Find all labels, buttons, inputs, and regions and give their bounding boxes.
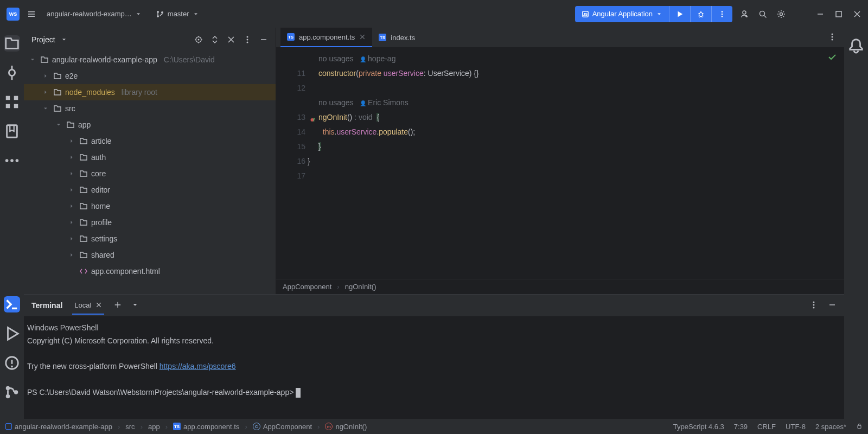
- hamburger-icon[interactable]: [27, 10, 36, 18]
- file-encoding[interactable]: UTF-8: [786, 423, 806, 431]
- svg-point-10: [760, 11, 765, 16]
- tree-item[interactable]: editor: [24, 182, 276, 198]
- hide-icon[interactable]: [259, 35, 268, 44]
- run-more-button[interactable]: [711, 6, 732, 22]
- svg-point-13: [9, 69, 15, 75]
- more-icon[interactable]: [243, 35, 252, 44]
- editor-breadcrumb[interactable]: AppComponent › ngOnInit(): [276, 279, 844, 294]
- nav-bar-item[interactable]: angular-realworld-example-app: [5, 423, 112, 431]
- project-tree[interactable]: angular-realworld-example-appC:\Users\Da…: [24, 52, 276, 294]
- left-tool-stripe: [0, 28, 24, 419]
- indent-status[interactable]: 2 spaces*: [815, 423, 846, 431]
- svg-rect-18: [7, 125, 17, 138]
- run-button[interactable]: [669, 6, 690, 22]
- expand-all-icon[interactable]: [210, 35, 219, 44]
- tree-item[interactable]: app.component.html: [24, 263, 276, 279]
- terminal-tab[interactable]: Local: [72, 297, 104, 315]
- tree-item[interactable]: angular-realworld-example-appC:\Users\Da…: [24, 52, 276, 68]
- terminal-dropdown-icon[interactable]: [131, 301, 139, 310]
- svg-point-6: [722, 11, 723, 12]
- svg-point-33: [832, 36, 833, 37]
- svg-point-38: [813, 307, 815, 308]
- maximize-window-icon[interactable]: [834, 10, 843, 18]
- new-terminal-icon[interactable]: [114, 301, 122, 310]
- nav-bar-item[interactable]: CAppComponent: [253, 423, 312, 431]
- select-opened-file-icon[interactable]: [194, 35, 203, 44]
- tree-item[interactable]: auth: [24, 149, 276, 165]
- gutter: 11121314151617: [276, 47, 318, 279]
- terminal-hide-icon[interactable]: [828, 301, 837, 311]
- code-editor[interactable]: 11121314151617 no usages hope-agconstruc…: [276, 47, 844, 279]
- notifications-tool-button[interactable]: [848, 37, 864, 54]
- tree-item[interactable]: shared: [24, 247, 276, 263]
- editor-tab[interactable]: TSapp.component.ts: [280, 28, 372, 47]
- svg-point-35: [311, 118, 314, 122]
- tree-item[interactable]: core: [24, 165, 276, 182]
- tree-item[interactable]: e2e: [24, 68, 276, 84]
- tabs-more-icon[interactable]: [820, 33, 844, 43]
- nav-bar-item[interactable]: app: [148, 423, 160, 431]
- chevron-down-icon[interactable]: [61, 36, 67, 43]
- run-config-name: Angular Application: [592, 10, 653, 18]
- editor-tab[interactable]: TSindex.ts: [372, 28, 422, 47]
- svg-point-9: [743, 11, 746, 14]
- svg-rect-14: [6, 96, 10, 100]
- vcs-tool-button[interactable]: [4, 384, 20, 400]
- commit-tool-button[interactable]: [4, 65, 20, 81]
- editor-area: TSapp.component.tsTSindex.ts 11121314151…: [276, 28, 844, 294]
- more-tools-button[interactable]: [4, 152, 20, 169]
- svg-point-0: [157, 11, 159, 13]
- nav-bar-item[interactable]: mngOnInit(): [325, 423, 367, 431]
- code-with-me-icon[interactable]: [740, 10, 749, 18]
- typescript-version[interactable]: TypeScript 4.6.3: [673, 423, 724, 431]
- tree-item[interactable]: home: [24, 198, 276, 214]
- readonly-lock-icon[interactable]: [856, 423, 863, 431]
- search-icon[interactable]: [758, 10, 767, 18]
- nav-bar-item[interactable]: src: [125, 423, 135, 431]
- terminal-more-icon[interactable]: [809, 301, 818, 311]
- svg-point-11: [780, 12, 783, 15]
- nav-bar-item[interactable]: TSapp.component.ts: [173, 423, 239, 431]
- terminal-tool-button[interactable]: [4, 296, 20, 312]
- debug-button[interactable]: [690, 6, 711, 22]
- line-separator[interactable]: CRLF: [757, 423, 776, 431]
- svg-point-25: [6, 394, 10, 399]
- bookmarks-tool-button[interactable]: [4, 123, 20, 139]
- terminal-title: Terminal: [31, 301, 62, 310]
- project-tool-window: Project angular-realworld-example-appC:\…: [24, 28, 276, 294]
- run-tool-button[interactable]: [4, 326, 20, 342]
- svg-point-28: [198, 39, 200, 41]
- svg-point-24: [6, 386, 10, 391]
- problems-tool-button[interactable]: [4, 355, 20, 371]
- close-icon[interactable]: [95, 302, 102, 308]
- inspection-ok-icon[interactable]: [828, 53, 837, 63]
- tree-item[interactable]: app: [24, 117, 276, 133]
- close-icon[interactable]: [227, 35, 235, 44]
- svg-point-7: [722, 13, 723, 15]
- svg-point-34: [832, 39, 833, 40]
- code-body[interactable]: no usages hope-agconstructor(private use…: [318, 47, 844, 279]
- tree-item[interactable]: article: [24, 133, 276, 149]
- breadcrumb-item[interactable]: AppComponent: [283, 283, 331, 291]
- tree-item[interactable]: profile: [24, 214, 276, 231]
- status-bar: angular-realworld-example-app › src › ap…: [0, 419, 868, 434]
- svg-rect-17: [14, 104, 18, 108]
- minimize-window-icon[interactable]: [816, 10, 825, 18]
- structure-tool-button[interactable]: [4, 94, 20, 110]
- caret-position[interactable]: 7:39: [734, 423, 748, 431]
- close-window-icon[interactable]: [853, 10, 861, 18]
- settings-icon[interactable]: [777, 10, 786, 18]
- run-config-dropdown[interactable]: JS Angular Application: [575, 6, 669, 22]
- git-branch-dropdown[interactable]: master: [152, 8, 202, 21]
- svg-point-32: [832, 33, 833, 35]
- breadcrumb-item[interactable]: ngOnInit(): [345, 283, 376, 291]
- project-tool-button[interactable]: [4, 35, 20, 52]
- tree-item[interactable]: node_moduleslibrary root: [24, 84, 276, 100]
- svg-point-2: [161, 11, 163, 14]
- tree-item[interactable]: src: [24, 100, 276, 117]
- svg-point-20: [10, 159, 14, 162]
- svg-point-37: [813, 304, 815, 305]
- terminal-body[interactable]: Windows PowerShellCopyright (C) Microsof…: [24, 316, 844, 419]
- tree-item[interactable]: settings: [24, 231, 276, 247]
- project-dropdown[interactable]: angular-realworld-examp…: [43, 8, 145, 20]
